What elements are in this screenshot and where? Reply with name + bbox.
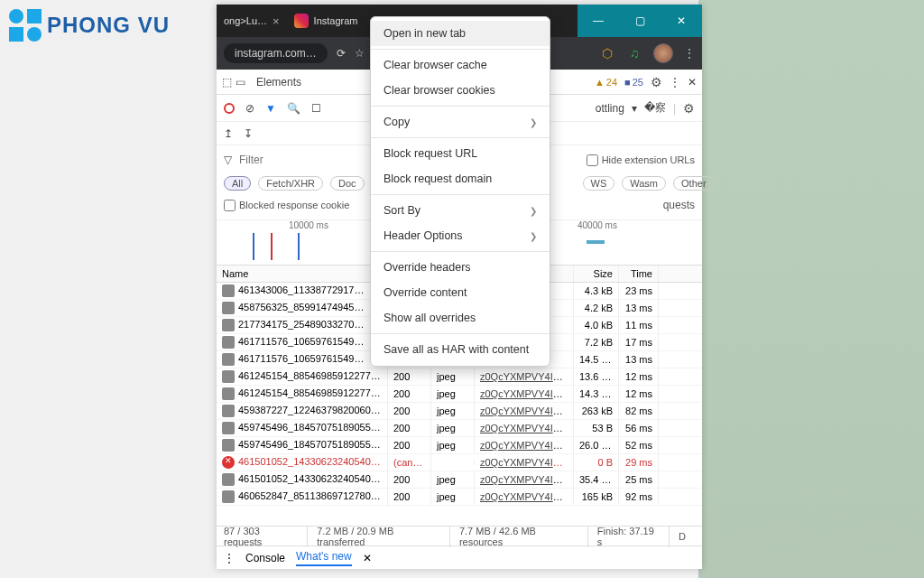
chevron-right-icon: ❯ bbox=[530, 206, 537, 216]
column-size[interactable]: Size bbox=[574, 266, 619, 282]
upload-icon[interactable]: ↥ bbox=[224, 127, 233, 140]
initiator-link[interactable]: z0QcYXMPVY4I_La bbox=[480, 457, 569, 468]
filter-pill[interactable]: Doc bbox=[330, 176, 365, 191]
timeline-tick: 10000 ms bbox=[289, 220, 328, 230]
bookmark-icon[interactable]: ☆ bbox=[355, 47, 365, 60]
url-field[interactable]: instagram.com… bbox=[224, 43, 328, 63]
table-row[interactable]: 459745496_184570751890555… 200 jpeg z0Qc… bbox=[217, 437, 702, 454]
file-icon bbox=[222, 319, 235, 331]
menu-item[interactable]: Clear browser cookies bbox=[371, 78, 550, 103]
search-icon[interactable]: 🔍 bbox=[287, 102, 300, 115]
device-icon[interactable]: ▭ bbox=[236, 76, 245, 89]
menu-item[interactable]: Header Options❯ bbox=[371, 223, 550, 248]
tab-title: Instagram bbox=[314, 15, 358, 26]
menu-separator bbox=[371, 333, 550, 334]
file-icon bbox=[222, 422, 235, 434]
tab-console[interactable]: Console bbox=[245, 552, 285, 564]
preserve-checkbox[interactable]: ☐ bbox=[311, 102, 321, 115]
context-menu: Open in new tab Clear browser cache Clea… bbox=[370, 16, 550, 367]
menu-item[interactable]: Save all as HAR with content bbox=[371, 337, 550, 362]
filter-pill[interactable]: Wasm bbox=[622, 176, 666, 191]
close-icon[interactable]: ✕ bbox=[363, 552, 372, 564]
menu-item[interactable]: Override headers bbox=[371, 255, 550, 280]
column-name[interactable]: Name bbox=[217, 266, 388, 282]
gear-icon[interactable]: ⚙ bbox=[683, 101, 695, 116]
menu-separator bbox=[371, 194, 550, 195]
menu-item[interactable]: Copy❯ bbox=[371, 109, 550, 135]
tab-elements[interactable]: Elements bbox=[249, 72, 309, 92]
maximize-button[interactable]: ▢ bbox=[619, 5, 661, 37]
filter-icon[interactable]: ▼ bbox=[265, 102, 276, 115]
menu-item[interactable]: Block request domain bbox=[371, 166, 550, 191]
file-icon bbox=[222, 336, 235, 349]
table-row[interactable]: 459387227_122463798200602… 200 jpeg z0Qc… bbox=[217, 403, 702, 420]
hide-extension-urls-checkbox[interactable]: Hide extension URLs bbox=[587, 154, 695, 166]
close-icon[interactable]: ✕ bbox=[688, 76, 697, 89]
table-row[interactable]: 461245154_885469859122771… 200 jpeg z0Qc… bbox=[217, 368, 702, 386]
close-button[interactable]: ✕ bbox=[661, 5, 702, 37]
menu-item[interactable]: Block request URL bbox=[371, 141, 550, 166]
inspect-icon[interactable]: ⬚ bbox=[222, 76, 232, 89]
file-icon bbox=[222, 370, 235, 383]
menu-item[interactable]: Show all overrides bbox=[371, 305, 550, 331]
table-row[interactable]: 461245154_885469859122771… 200 jpeg z0Qc… bbox=[217, 386, 702, 403]
file-icon bbox=[222, 439, 235, 452]
table-row[interactable]: 461501052_143306232405405… 200 jpeg z0Qc… bbox=[217, 471, 702, 489]
warnings-badge[interactable]: ▲ 24 bbox=[595, 77, 617, 88]
file-icon bbox=[222, 405, 235, 417]
table-row[interactable]: 461501052_143306232405405… (cancel… z0Qc… bbox=[217, 454, 702, 471]
logo-text: PHONG VU bbox=[47, 13, 170, 38]
minimize-button[interactable]: — bbox=[578, 5, 619, 37]
initiator-link[interactable]: z0QcYXMPVY4I_La bbox=[480, 371, 569, 382]
record-icon[interactable] bbox=[224, 103, 235, 114]
table-row[interactable]: 460652847_851138697127806… 200 jpeg z0Qc… bbox=[217, 489, 702, 506]
initiator-link[interactable]: z0QcYXMPVY4I_La bbox=[480, 474, 569, 485]
filter-pill[interactable]: WS bbox=[583, 176, 615, 191]
filter-pill[interactable]: Fetch/XHR bbox=[258, 176, 323, 191]
initiator-link[interactable]: z0QcYXMPVY4I_La bbox=[480, 388, 569, 399]
menu-item[interactable]: Clear browser cache bbox=[371, 52, 550, 78]
issues-badge[interactable]: ■ 25 bbox=[624, 77, 643, 88]
menu-item[interactable]: Open in new tab bbox=[371, 21, 550, 46]
menu-separator bbox=[371, 251, 550, 252]
devices-icon[interactable]: ⟳ bbox=[337, 47, 346, 60]
menu-item[interactable]: Override content bbox=[371, 280, 550, 305]
column-time[interactable]: Time bbox=[619, 266, 659, 282]
menu-icon[interactable]: ⋮ bbox=[684, 47, 695, 60]
finish-time: Finish: 37.19 s bbox=[597, 526, 670, 547]
extension-icon[interactable]: ⬡ bbox=[599, 45, 615, 61]
filter-pill[interactable]: All bbox=[224, 176, 251, 191]
table-row[interactable]: 459745496_184570751890555… 200 jpeg z0Qc… bbox=[217, 420, 702, 437]
browser-tab-2[interactable]: Instagram bbox=[287, 5, 365, 37]
more-icon[interactable]: ⋮ bbox=[670, 76, 680, 89]
wifi-icon[interactable]: �察 bbox=[644, 100, 666, 116]
tab-title: ong>Lu… bbox=[224, 15, 267, 26]
filter-pill[interactable]: Other bbox=[673, 176, 715, 191]
initiator-link[interactable]: z0QcYXMPVY4I_La bbox=[480, 423, 569, 434]
initiator-link[interactable]: z0QcYXMPVY4I_La bbox=[480, 440, 569, 451]
download-icon[interactable]: ↧ bbox=[244, 127, 253, 140]
file-icon bbox=[222, 490, 235, 503]
chevron-down-icon[interactable]: ▾ bbox=[632, 102, 637, 115]
status-bar: 87 / 303 requests 7.2 MB / 20.9 MB trans… bbox=[217, 526, 702, 545]
filter-funnel-icon[interactable]: ▽ bbox=[224, 154, 232, 166]
gear-icon[interactable]: ⚙ bbox=[651, 75, 662, 89]
browser-tab-1[interactable]: ong>Lu… × bbox=[217, 5, 287, 37]
tab-whats-new[interactable]: What's new bbox=[296, 550, 352, 566]
drawer-menu-icon[interactable]: ⋮ bbox=[224, 552, 235, 564]
clear-icon[interactable]: ⊘ bbox=[245, 102, 254, 115]
menu-item[interactable]: Sort By❯ bbox=[371, 198, 550, 223]
blocked-cookies-checkbox[interactable]: Blocked response cookie bbox=[224, 200, 349, 211]
filter-input[interactable] bbox=[239, 154, 374, 166]
file-icon bbox=[222, 387, 235, 400]
menu-separator bbox=[371, 106, 550, 107]
chevron-right-icon: ❯ bbox=[530, 117, 537, 127]
close-icon[interactable]: × bbox=[273, 14, 280, 28]
initiator-link[interactable]: z0QcYXMPVY4I_La bbox=[480, 491, 569, 502]
file-icon bbox=[222, 353, 235, 366]
menu-separator bbox=[371, 49, 550, 50]
initiator-link[interactable]: z0QcYXMPVY4I_La bbox=[480, 406, 569, 416]
profile-avatar[interactable] bbox=[653, 43, 673, 63]
music-icon[interactable]: ♫ bbox=[626, 45, 642, 61]
timeline-tick: 40000 ms bbox=[578, 220, 617, 230]
